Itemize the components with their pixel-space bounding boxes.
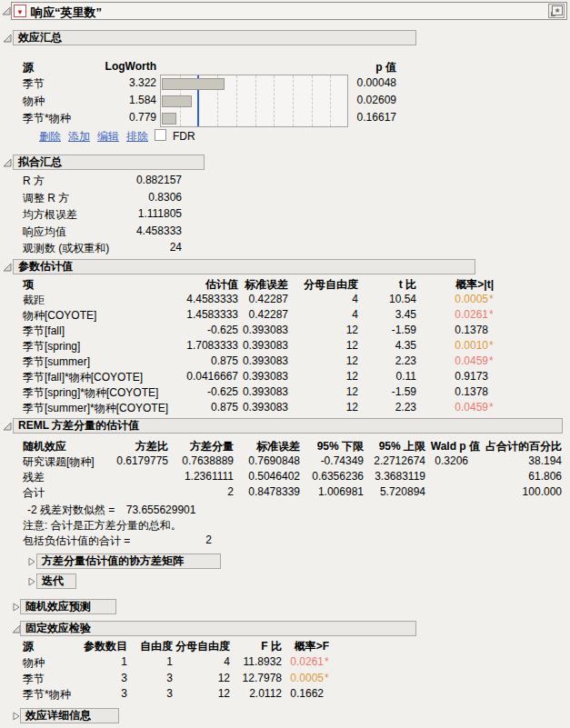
fit-summary-cell: 4.458333: [136, 224, 182, 237]
disclosure-closed-icon[interactable]: [27, 577, 36, 586]
param-cell: 4: [352, 293, 358, 305]
neg2loglik-label: -2 残差对数似然 =: [27, 504, 115, 516]
logworth-bar: [162, 78, 225, 90]
reml-header-cell: Wald p 值: [431, 439, 480, 454]
fixed-cell: 3: [121, 687, 127, 700]
fixed-cell: 1: [121, 655, 127, 668]
jmp-report-window: ▼ 响应“英里数” ★ 效应汇总 源 LogWorth p 值 季节3.3220…: [0, 0, 570, 728]
fixed-cell: 12.7978: [243, 672, 282, 684]
param-significance-asterisk: *: [489, 401, 494, 414]
param-cell: -0.625: [207, 385, 238, 398]
exclude-link[interactable]: 排除: [126, 129, 148, 145]
param-cell: 0.393083: [243, 401, 288, 414]
fixed-significance-asterisk: *: [325, 672, 329, 684]
param-cell: 0.42287: [249, 308, 288, 321]
section-header-effect-summary[interactable]: 效应汇总: [13, 30, 416, 45]
remove-link[interactable]: 删除: [39, 129, 61, 145]
reml-header-cell: 随机效应: [23, 439, 66, 454]
param-cell: 0.42287: [249, 293, 288, 305]
section-header-random-effect-pred[interactable]: 随机效应预测: [20, 599, 116, 614]
fixed-cell: 0.0261: [290, 655, 324, 668]
param-cell: 季节[summer]*物种[COYOTE]: [23, 401, 168, 416]
param-cell: 季节[fall]: [23, 324, 65, 339]
bookmark-star-button[interactable]: ★: [548, 4, 565, 18]
param-cell: -1.59: [392, 385, 416, 398]
add-link[interactable]: 添加: [68, 129, 90, 145]
param-cell: -1.59: [392, 324, 416, 336]
disclosure-open-icon[interactable]: [3, 422, 12, 431]
fit-summary-cell: 响应均值: [23, 224, 66, 240]
param-header-cell: 概率>|t|: [455, 277, 494, 293]
section-header-fixed-effect-tests[interactable]: 固定效应检验: [20, 621, 416, 636]
param-cell: 0.393083: [243, 354, 288, 367]
param-header-cell: 项: [23, 277, 34, 293]
param-header-cell: 标准误差: [245, 277, 288, 293]
reml-cell: 合计: [23, 485, 45, 501]
gridline: [236, 75, 237, 126]
param-cell: 4: [352, 308, 358, 321]
fixed-cell: 0.1662: [290, 687, 324, 700]
param-cell: 0.393083: [243, 370, 288, 383]
report-title: 响应“英里数”: [31, 5, 102, 21]
fit-summary-cell: R 方: [23, 174, 45, 189]
section-header-fit-summary[interactable]: 拟合汇总: [13, 155, 205, 170]
disclosure-open-icon[interactable]: [2, 6, 11, 15]
logworth-bar: [162, 95, 192, 107]
edit-link[interactable]: 编辑: [97, 129, 119, 145]
param-cell: 3.45: [395, 308, 416, 321]
param-header-cell: 估计值: [205, 277, 238, 293]
reml-cell: 0.3206: [435, 454, 468, 467]
section-header-cov-matrix[interactable]: 方差分量估计值的协方差矩阵: [36, 553, 221, 569]
param-cell: 0.393083: [243, 324, 288, 336]
fixed-cell: 0.0005: [290, 672, 324, 684]
p-value: 0.02609: [357, 94, 396, 106]
section-header-param-estimates[interactable]: 参数估计值: [13, 259, 475, 274]
logworth-value: 3.322: [129, 76, 156, 89]
section-header-reml[interactable]: REML 方差分量的估计值: [13, 418, 563, 434]
disclosure-open-icon[interactable]: [3, 263, 12, 272]
section-header-iterations[interactable]: 迭代: [36, 573, 76, 589]
fit-summary-cell: 0.8306: [148, 191, 182, 204]
disclosure-open-icon[interactable]: [3, 158, 12, 167]
reml-cell: 0.6356236: [312, 470, 364, 483]
reml-cell: 0.8478339: [248, 485, 300, 498]
param-cell: 12: [346, 385, 358, 398]
reml-cell: 61.806: [528, 470, 562, 483]
param-cell: 2.23: [395, 401, 416, 414]
fixed-cell: 3: [166, 687, 173, 700]
param-cell: 季节[spring]*物种[COYOTE]: [23, 385, 158, 401]
disclosure-closed-icon[interactable]: [27, 557, 36, 566]
reml-cell: -0.74349: [321, 454, 364, 467]
col-header-pvalue: p 值: [375, 60, 396, 75]
section-header-effect-details[interactable]: 效应详细信息: [20, 708, 119, 723]
fixed-header-cell: 自由度: [140, 639, 173, 654]
col-header-source: 源: [23, 60, 34, 75]
disclosure-open-icon[interactable]: [3, 34, 12, 43]
param-cell: 10.54: [389, 293, 416, 305]
param-significance-asterisk: *: [489, 293, 494, 305]
param-cell: 0.9173: [455, 370, 488, 383]
param-cell: 0.0416667: [186, 370, 238, 383]
param-cell: 0.393083: [243, 339, 288, 352]
reml-cell: 研究课题[物种]: [23, 454, 95, 470]
fixed-cell: 4: [224, 655, 230, 668]
gridline: [293, 75, 294, 126]
gridline: [274, 75, 275, 126]
param-cell: 季节[summer]: [23, 354, 90, 370]
reml-cell: 100.000: [523, 485, 562, 498]
fixed-cell: 3: [166, 672, 173, 684]
param-header-cell: t 比: [399, 277, 416, 293]
fixed-significance-asterisk: *: [325, 655, 329, 668]
fixed-header-cell: 源: [23, 639, 34, 654]
total-incl-label: 包括负估计值的合计 =: [23, 534, 130, 549]
fdr-label: FDR: [173, 130, 195, 143]
logworth-bar: [162, 113, 176, 125]
fdr-checkbox[interactable]: [155, 129, 166, 141]
fixed-cell: 物种: [23, 655, 45, 671]
reml-cell: 1.2361111: [185, 470, 234, 483]
param-significance-asterisk: *: [489, 308, 494, 321]
red-triangle-menu-button[interactable]: ▼: [14, 5, 26, 17]
fixed-header-cell: 概率>F: [295, 639, 329, 654]
col-header-logworth: LogWorth: [105, 60, 156, 73]
param-cell: 0.1378: [455, 385, 488, 398]
